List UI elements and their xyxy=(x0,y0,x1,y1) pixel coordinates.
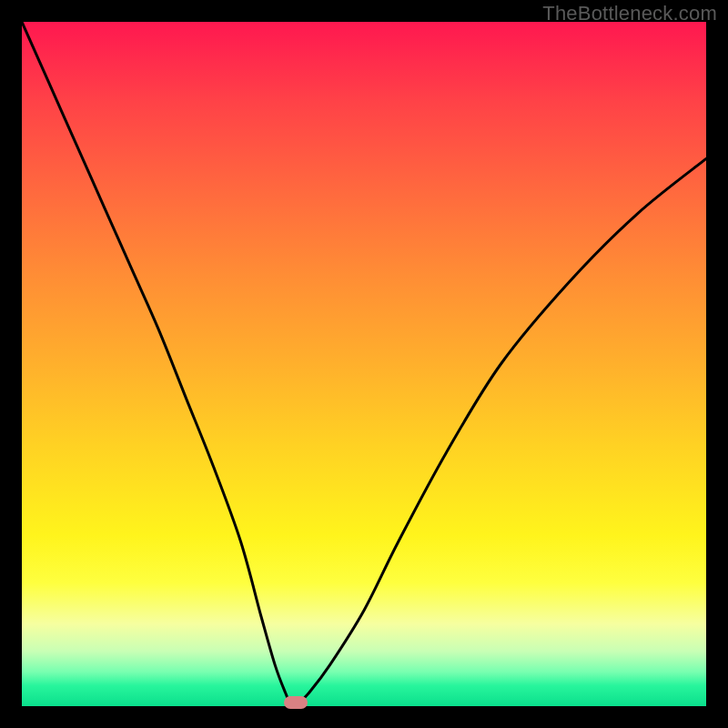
plot-area xyxy=(22,22,706,706)
bottleneck-curve xyxy=(22,22,706,706)
curve-svg xyxy=(22,22,706,706)
minimum-marker xyxy=(284,696,308,709)
chart-frame: TheBottleneck.com xyxy=(0,0,728,728)
watermark-text: TheBottleneck.com xyxy=(542,2,717,25)
